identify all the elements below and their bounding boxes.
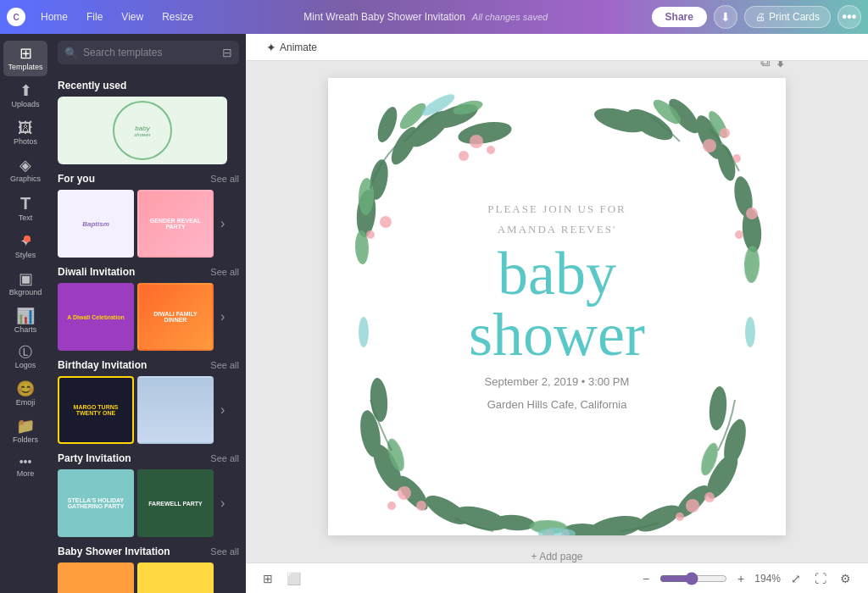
template-item-birthday1[interactable]: MARGO TURNS TWENTY ONE — [58, 376, 134, 444]
search-input[interactable] — [83, 47, 217, 58]
baby-shower-arrow[interactable]: › — [217, 587, 228, 593]
baby-shower-header: Baby Shower Invitation See all — [58, 537, 239, 563]
sidebar-item-logos[interactable]: Ⓛ Logos — [3, 341, 47, 374]
diwali-arrow[interactable]: › — [217, 308, 228, 326]
for-you-see-all[interactable]: See all — [210, 174, 239, 184]
sidebar-item-charts[interactable]: 📊 Charts — [3, 303, 47, 339]
svg-point-28 — [587, 513, 644, 535]
download-page-icon[interactable]: ⬇ — [775, 61, 786, 70]
template-item-party1[interactable]: STELLA'S HOLIDAY GATHERING PARTY — [58, 469, 134, 537]
template-item[interactable]: baby shower — [58, 97, 227, 164]
bottom-bar: ⊞ ⬜ − + 194% ⤢ ⛶ ⚙ — [246, 563, 868, 593]
grid-view-button[interactable]: ⊞ — [259, 568, 276, 589]
for-you-arrow[interactable]: › — [217, 214, 228, 233]
styles-dot — [24, 236, 31, 242]
template-item-gender-reveal[interactable]: GENDER REVEAL PARTY — [137, 190, 214, 258]
background-icon: ▣ — [19, 271, 33, 286]
nav-resize[interactable]: Resize — [155, 8, 200, 26]
birthday-arrow[interactable]: › — [217, 401, 228, 419]
svg-point-35 — [705, 108, 731, 141]
template-item-baptism[interactable]: Baptism — [58, 190, 134, 258]
svg-point-57 — [561, 529, 570, 535]
emoji-label: Emoji — [16, 398, 36, 407]
party-see-all[interactable]: See all — [210, 453, 239, 463]
svg-point-23 — [708, 385, 728, 431]
template-item-baby2[interactable]: HAPPY TOGETHER — [137, 563, 214, 593]
nav-file[interactable]: File — [80, 8, 109, 26]
sidebar-item-photos[interactable]: 🖼 Photos — [3, 115, 47, 151]
sidebar-item-folders[interactable]: 📁 Folders — [3, 413, 47, 449]
svg-point-49 — [735, 230, 743, 239]
print-button[interactable]: 🖨 Print Cards — [744, 6, 831, 28]
baby-shower-see-all[interactable]: See all — [210, 546, 239, 557]
invitation-text: PLEASE JOIN US FOR AMANDA REEVES' baby s… — [469, 202, 645, 411]
baby-shower-title: Baby Shower Invitation — [58, 546, 170, 557]
top-bar: C Home File View Resize Mint Wreath Baby… — [0, 0, 868, 34]
filter-icon[interactable]: ⊟ — [222, 46, 232, 59]
template-item-diwali2[interactable]: DIWALI FAMILY DINNER — [137, 283, 214, 351]
svg-point-29 — [562, 524, 603, 535]
search-bar: 🔍 ⊟ — [58, 41, 239, 64]
sidebar-item-more[interactable]: ••• More — [3, 451, 47, 483]
text-icon: T — [20, 195, 31, 212]
party-header: Party Invitation See all — [58, 444, 239, 469]
zoom-slider[interactable] — [659, 572, 727, 585]
fit-button[interactable]: ⤢ — [787, 568, 804, 589]
photos-label: Photos — [14, 137, 37, 146]
fullscreen-button[interactable]: ⛶ — [811, 568, 830, 589]
svg-point-45 — [703, 139, 716, 152]
svg-point-43 — [380, 216, 392, 228]
folders-label: Folders — [13, 435, 38, 444]
template-item-party2[interactable]: FAREWELL PARTY — [137, 469, 214, 537]
print-label: Print Cards — [769, 11, 820, 23]
sidebar-item-styles[interactable]: ✦ Styles — [3, 229, 47, 264]
party-arrow[interactable]: › — [217, 494, 228, 513]
copy-page-icon[interactable]: ⧉ — [760, 61, 770, 70]
templates-label: Templates — [8, 63, 42, 71]
svg-point-11 — [691, 112, 728, 163]
animate-icon: ✦ — [266, 41, 276, 54]
animate-button[interactable]: ✦ Animate — [259, 37, 324, 58]
template-item-baby1[interactable]: It's a BOY! — [58, 563, 134, 593]
sidebar-item-uploads[interactable]: ⬆ Uploads — [3, 78, 47, 114]
download-button[interactable]: ⬇ — [714, 5, 737, 29]
svg-point-58 — [419, 91, 457, 119]
zoom-out-button[interactable]: − — [639, 568, 653, 589]
canvas-scroll[interactable]: ⧉ ⬇ — [246, 61, 868, 563]
svg-point-22 — [493, 513, 535, 532]
more-button[interactable]: ••• — [837, 5, 861, 29]
share-button[interactable]: Share — [652, 7, 707, 27]
invitation-content: PLEASE JOIN US FOR AMANDA REEVES' baby s… — [328, 78, 786, 535]
animate-bar: ✦ Animate — [246, 34, 868, 61]
svg-point-18 — [367, 441, 407, 496]
canvas-page[interactable]: PLEASE JOIN US FOR AMANDA REEVES' baby s… — [328, 78, 786, 535]
invitation-header-line2: AMANDA REEVES' — [469, 223, 645, 236]
sidebar-item-emoji[interactable]: 😊 Emoji — [3, 376, 47, 412]
template-item-birthday2[interactable] — [137, 376, 214, 444]
page-view-button[interactable]: ⬜ — [283, 568, 304, 589]
sidebar-item-templates[interactable]: ⊞ Templates — [3, 41, 47, 76]
birthday-see-all[interactable]: See all — [210, 360, 239, 370]
add-page-button[interactable]: + Add page — [514, 546, 599, 563]
graphics-icon: ◈ — [19, 158, 31, 173]
svg-point-38 — [698, 441, 721, 478]
svg-point-21 — [452, 502, 509, 535]
svg-point-36 — [743, 246, 760, 284]
nav-view[interactable]: View — [114, 8, 150, 26]
settings-button[interactable]: ⚙ — [837, 568, 854, 589]
recently-used-header: Recently used — [58, 71, 239, 97]
canvas-page-wrapper: ⧉ ⬇ — [328, 78, 786, 535]
sidebar-item-graphics[interactable]: ◈ Graphics — [3, 152, 47, 188]
sidebar-item-background[interactable]: ▣ Bkground — [3, 266, 47, 302]
svg-point-20 — [421, 490, 471, 529]
diwali-see-all[interactable]: See all — [210, 267, 239, 277]
icon-bar: ⊞ Templates ⬆ Uploads 🖼 Photos ◈ Graphic… — [0, 34, 51, 593]
sidebar-item-text[interactable]: T Text — [3, 190, 47, 227]
svg-point-30 — [396, 99, 430, 133]
svg-point-6 — [456, 119, 513, 148]
nav-home[interactable]: Home — [34, 8, 75, 26]
zoom-in-button[interactable]: + — [734, 568, 748, 589]
template-item-diwali1[interactable]: A Diwali Celebration — [58, 283, 134, 351]
svg-point-4 — [430, 99, 481, 133]
styles-wrapper: ✦ — [19, 234, 32, 249]
